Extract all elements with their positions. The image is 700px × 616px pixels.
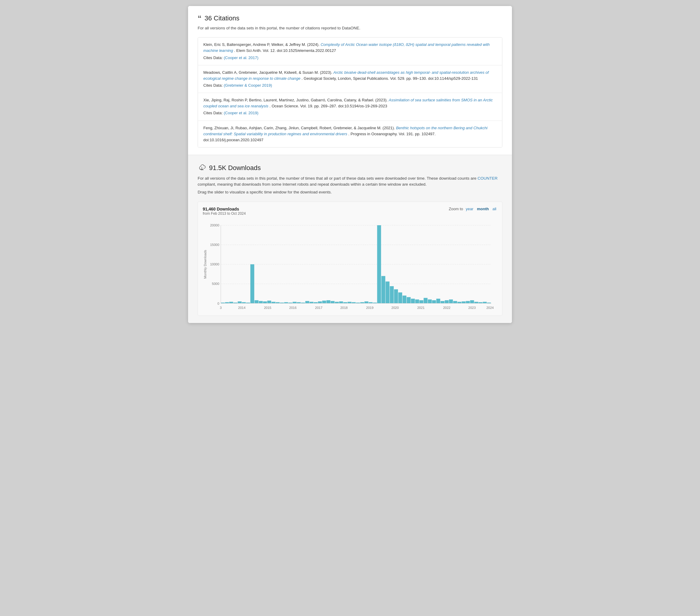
zoom-controls: Zoom to year month all: [449, 206, 497, 211]
download-icon: [198, 163, 206, 173]
download-bar: [352, 302, 356, 303]
citations-title: 36 Citations: [204, 14, 239, 22]
counter-suffix: compliant, meaning that downloads from s…: [198, 182, 426, 187]
download-bar: [377, 225, 381, 303]
cites-data: Cites Data: (Cooper et al. 2017): [203, 55, 497, 61]
zoom-label: Zoom to: [449, 206, 463, 211]
download-bar: [368, 302, 373, 303]
cites-label: Cites Data:: [203, 55, 223, 60]
download-bar: [284, 302, 288, 303]
download-bar: [474, 302, 478, 303]
zoom-month-button[interactable]: month: [476, 206, 490, 211]
downloads-desc-text: For all versions of the data sets in thi…: [198, 176, 477, 180]
downloads-desc: For all versions of the data sets in thi…: [198, 175, 502, 188]
cites-data-link[interactable]: (Grebmeier & Cooper 2019): [224, 83, 272, 88]
download-bar: [322, 301, 326, 303]
downloads-title: 91.5K Downloads: [209, 164, 261, 172]
citation-authors: Meadows, Caitlin A, Grebmeier, Jacquelin…: [203, 70, 332, 75]
zoom-year-button[interactable]: year: [465, 206, 474, 211]
citation-suffix: . Geological Society, London, Special Pu…: [301, 76, 427, 81]
cites-data-link[interactable]: (Cooper et al. 2017): [224, 55, 259, 60]
download-bar: [436, 299, 440, 303]
downloads-chart-svg: 20000 15000 10000 5000 0 Monthly Downloa…: [203, 219, 497, 315]
download-bar: [330, 301, 334, 303]
download-bar: [483, 302, 487, 303]
download-bar: [440, 301, 445, 303]
download-bar: [305, 301, 309, 303]
citations-section: “ 36 Citations For all versions of the d…: [188, 6, 512, 155]
cites-data-link[interactable]: (Cooper et al. 2019): [224, 111, 259, 115]
svg-text:2022: 2022: [443, 306, 450, 310]
svg-text:2020: 2020: [391, 306, 399, 310]
main-card: “ 36 Citations For all versions of the d…: [188, 6, 512, 323]
svg-text:2018: 2018: [340, 306, 348, 310]
citation-authors: Xie, Jiping, Raj, Roshin P, Bertino, Lau…: [203, 98, 387, 102]
download-bar: [386, 281, 390, 303]
download-bar: [424, 298, 427, 303]
download-bar: [411, 299, 415, 303]
citation-list: Klein, Eric S, Baltensperger, Andrew P, …: [198, 37, 502, 148]
download-bar: [310, 302, 313, 303]
zoom-all-button[interactable]: all: [491, 206, 497, 211]
citation-doi: doi:10.1525/elementa.2022.00127: [277, 48, 336, 53]
download-bar: [314, 302, 317, 303]
citation-item: Meadows, Caitlin A, Grebmeier, Jacquelin…: [198, 65, 502, 93]
downloads-section: 91.5K Downloads For all versions of the …: [188, 155, 512, 323]
svg-text:2019: 2019: [366, 306, 374, 310]
svg-text:2023: 2023: [468, 306, 476, 310]
drag-desc: Drag the slider to visualize a specific …: [198, 190, 502, 194]
cites-label: Cites Data:: [203, 111, 223, 115]
download-bar: [360, 302, 364, 303]
citation-suffix: . Ocean Science. Vol. 19. pp. 269–287.: [269, 104, 337, 108]
download-bar: [419, 301, 423, 303]
download-bar: [449, 300, 453, 303]
download-bar: [458, 302, 461, 303]
svg-text:2021: 2021: [417, 306, 425, 310]
citation-doi: doi:10.1144/sp529-2022-131: [428, 76, 478, 81]
download-bar: [394, 289, 398, 303]
svg-text:2024: 2024: [486, 306, 494, 310]
svg-text:15000: 15000: [210, 243, 219, 247]
svg-text:Monthly Downloads: Monthly Downloads: [203, 250, 207, 279]
citation-authors: Feng, Zhixuan, Ji, Rubao, Ashjian, Carin…: [203, 126, 395, 130]
download-bar: [479, 302, 483, 303]
download-bar: [263, 301, 267, 303]
cites-data: Cites Data: (Grebmeier & Cooper 2019): [203, 83, 497, 88]
download-bar: [259, 301, 263, 303]
svg-text:2014: 2014: [238, 306, 246, 310]
download-bar: [428, 300, 432, 303]
citation-doi: doi:10.5194/os-19-269-2023: [338, 104, 387, 108]
svg-text:2017: 2017: [315, 306, 323, 310]
download-bar: [453, 301, 457, 303]
download-bar: [382, 276, 385, 303]
svg-text:3: 3: [220, 306, 222, 310]
citation-item: Xie, Jiping, Raj, Roshin P, Bertino, Lau…: [198, 93, 502, 121]
counter-link[interactable]: COUNTER: [477, 176, 498, 180]
citations-desc: For all versions of the data sets in thi…: [198, 25, 502, 31]
citation-item: Feng, Zhixuan, Ji, Rubao, Ashjian, Carin…: [198, 121, 502, 147]
downloads-header: 91.5K Downloads: [198, 163, 502, 173]
citation-doi: doi:10.1016/j.pocean.2020.102497: [203, 138, 263, 142]
download-bar: [415, 300, 419, 303]
chart-header: 91,460 Downloads from Feb 2013 to Oct 20…: [203, 206, 497, 216]
download-bar: [238, 301, 242, 303]
svg-text:2016: 2016: [289, 306, 297, 310]
download-bar: [445, 301, 449, 303]
citations-header: “ 36 Citations: [198, 14, 502, 22]
download-bar: [432, 301, 436, 303]
download-bar: [318, 301, 322, 303]
download-bar: [225, 302, 229, 303]
download-bar: [390, 286, 394, 303]
chart-date-range: from Feb 2013 to Oct 2024: [203, 211, 246, 216]
chart-title-block: 91,460 Downloads from Feb 2013 to Oct 20…: [203, 206, 246, 216]
download-bar: [339, 301, 343, 303]
citation-suffix: . Elem Sci Anth. Vol. 12.: [234, 48, 276, 53]
svg-text:2015: 2015: [264, 306, 272, 310]
citation-authors: Klein, Eric S, Baltensperger, Andrew P, …: [203, 42, 320, 47]
chart-total-downloads: 91,460 Downloads: [203, 206, 246, 211]
download-bar: [335, 302, 339, 303]
download-bar: [470, 301, 474, 303]
download-bar: [250, 265, 254, 303]
citation-item: Klein, Eric S, Baltensperger, Andrew P, …: [198, 37, 502, 65]
download-bar: [348, 302, 351, 303]
